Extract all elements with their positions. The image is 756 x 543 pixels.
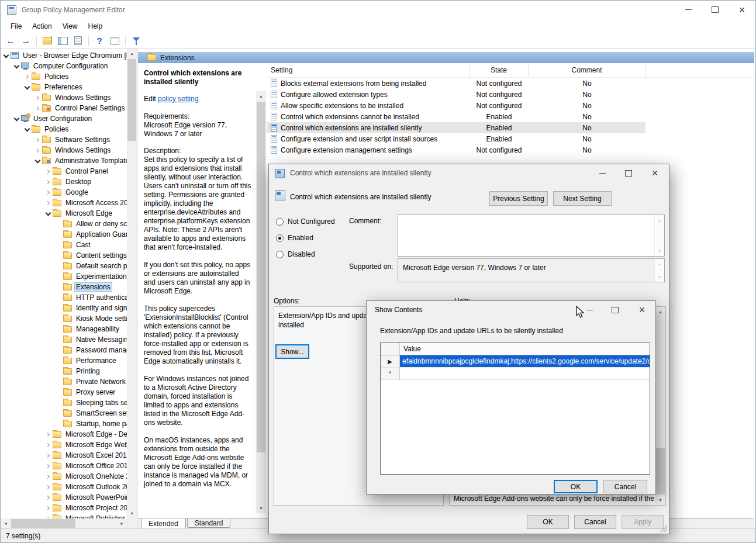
scroll-left-icon[interactable] bbox=[1, 518, 11, 528]
tree-item[interactable]: Microsoft Outlook 20 bbox=[1, 482, 127, 492]
value-row[interactable]: * bbox=[381, 368, 650, 380]
tree-item[interactable]: Microsoft PowerPoint bbox=[1, 492, 127, 503]
column-header-setting[interactable]: Setting bbox=[267, 63, 470, 77]
tree-item[interactable]: Microsoft Project 201 bbox=[1, 503, 127, 513]
menu-view[interactable]: View bbox=[57, 19, 83, 33]
tree-item[interactable]: Microsoft OneNote 20 bbox=[1, 471, 127, 482]
tree-item[interactable]: Native Messaging bbox=[1, 334, 127, 345]
menu-action[interactable]: Action bbox=[27, 19, 57, 33]
expand-chevron-icon[interactable] bbox=[45, 442, 51, 448]
maximize-icon[interactable] bbox=[617, 164, 640, 182]
value-cell[interactable]: efaidnbmnnnibpcajpcglclefindmkaj;https:/… bbox=[400, 355, 650, 368]
scrollbar-thumb[interactable] bbox=[257, 102, 265, 452]
properties-icon[interactable] bbox=[108, 34, 121, 47]
cancel-button[interactable]: Cancel bbox=[574, 515, 616, 529]
tree-item[interactable]: Extensions bbox=[1, 282, 127, 292]
close-icon[interactable] bbox=[643, 164, 667, 182]
tree-item[interactable]: Policies bbox=[1, 71, 127, 82]
radio-row-disabled[interactable]: Disabled bbox=[276, 250, 315, 258]
scroll-up-icon[interactable] bbox=[256, 91, 266, 101]
tree-item[interactable]: Printing bbox=[1, 366, 127, 376]
forward-icon[interactable] bbox=[19, 34, 32, 47]
tree-item[interactable]: Application Guard bbox=[1, 229, 127, 240]
radio-enabled[interactable] bbox=[276, 234, 284, 242]
expand-chevron-icon[interactable] bbox=[45, 505, 51, 511]
tree-item[interactable]: Microsoft Publisher 2 bbox=[1, 513, 127, 518]
maximize-icon[interactable] bbox=[702, 1, 729, 19]
expand-chevron-icon[interactable] bbox=[45, 189, 51, 196]
tree-item[interactable]: User - Browser Edge Chromium [DE bbox=[1, 50, 127, 61]
setting-row[interactable]: Blocks external extensions from being in… bbox=[267, 78, 645, 89]
maximize-icon[interactable] bbox=[603, 301, 627, 319]
tree-item[interactable]: Proxy server bbox=[1, 387, 127, 397]
tree-item[interactable]: Sleeping tabs setti bbox=[1, 397, 127, 408]
setting-row[interactable]: Configure allowed extension typesNot con… bbox=[267, 89, 645, 100]
tree-item[interactable]: Desktop bbox=[1, 177, 127, 187]
cancel-button[interactable]: Cancel bbox=[603, 480, 647, 493]
tree-item[interactable]: Microsoft Edge - Defa bbox=[1, 429, 127, 440]
tree-item[interactable]: Microsoft Edge bbox=[1, 208, 127, 219]
scroll-right-icon[interactable] bbox=[117, 518, 127, 528]
tree-item[interactable]: Performance bbox=[1, 355, 127, 366]
back-icon[interactable] bbox=[4, 34, 17, 47]
expand-chevron-icon[interactable] bbox=[34, 95, 41, 101]
setting-row[interactable]: Control which extensions are installed s… bbox=[267, 122, 645, 133]
collapse-chevron-icon[interactable] bbox=[24, 84, 30, 91]
tree-item[interactable]: Microsoft Excel 2016 bbox=[1, 450, 127, 461]
tab-standard[interactable]: Standard bbox=[187, 518, 231, 528]
tree-item[interactable]: Microsoft Office 2016 bbox=[1, 461, 127, 471]
tree-item[interactable]: Computer Configuration bbox=[1, 61, 127, 71]
tree-item[interactable]: Preferences bbox=[1, 82, 127, 92]
tree-item[interactable]: Administrative Templates bbox=[1, 155, 127, 166]
next-setting-button[interactable]: Next Setting bbox=[553, 191, 612, 206]
menu-file[interactable]: File bbox=[5, 19, 27, 33]
collapse-chevron-icon[interactable] bbox=[24, 126, 30, 133]
tree-item[interactable]: Kiosk Mode settin bbox=[1, 313, 127, 324]
expand-chevron-icon[interactable] bbox=[45, 473, 51, 480]
value-cell[interactable] bbox=[400, 368, 650, 380]
expand-chevron-icon[interactable] bbox=[45, 200, 51, 206]
help-icon[interactable] bbox=[93, 34, 106, 47]
apply-button[interactable]: Apply bbox=[622, 515, 664, 529]
tree-item[interactable]: Experimentation bbox=[1, 271, 127, 282]
collapse-chevron-icon[interactable] bbox=[13, 116, 20, 122]
dialog-titlebar[interactable]: Control which extensions are installed s… bbox=[269, 164, 669, 182]
tree-item[interactable]: Private Network R bbox=[1, 376, 127, 387]
setting-row[interactable]: Allow specific extensions to be installe… bbox=[267, 100, 645, 111]
close-icon[interactable] bbox=[630, 301, 654, 319]
ok-button[interactable]: OK bbox=[554, 480, 598, 493]
tree-item[interactable]: HTTP authenticati bbox=[1, 292, 127, 303]
help-scrollbar[interactable] bbox=[655, 307, 665, 505]
column-header-state[interactable]: State bbox=[470, 63, 529, 77]
radio-not-configured[interactable] bbox=[276, 218, 284, 226]
close-icon[interactable] bbox=[729, 1, 755, 19]
minimize-icon[interactable] bbox=[675, 1, 702, 19]
menu-help[interactable]: Help bbox=[83, 19, 108, 33]
up-one-level-icon[interactable] bbox=[41, 34, 54, 47]
tree-item[interactable]: Manageability bbox=[1, 324, 127, 334]
tree-item[interactable]: Default search pro bbox=[1, 261, 127, 271]
scroll-up-icon[interactable] bbox=[127, 49, 137, 58]
edit-policy-setting-link[interactable]: policy setting bbox=[158, 95, 198, 103]
tree-item[interactable]: Password manage bbox=[1, 345, 127, 355]
expand-chevron-icon[interactable] bbox=[45, 484, 51, 490]
tree-item[interactable]: Policies bbox=[1, 124, 127, 134]
row-selector[interactable]: * bbox=[381, 368, 400, 380]
tree-item[interactable]: Microsoft Edge WebV bbox=[1, 440, 127, 450]
scrollbar-thumb[interactable] bbox=[127, 59, 136, 141]
setting-row[interactable]: Configure extension management settingsN… bbox=[267, 144, 645, 155]
tree-item[interactable]: Control Panel bbox=[1, 166, 127, 177]
filter-icon[interactable] bbox=[130, 34, 143, 47]
tree-item[interactable]: Cast bbox=[1, 240, 127, 250]
tree-item[interactable]: Identity and sign-i bbox=[1, 303, 127, 313]
value-row[interactable]: ▶efaidnbmnnnibpcajpcglclefindmkaj;https:… bbox=[381, 355, 650, 368]
expand-chevron-icon[interactable] bbox=[34, 147, 41, 154]
tree-item[interactable]: Software Settings bbox=[1, 134, 127, 145]
tree-item[interactable]: SmartScreen settin bbox=[1, 408, 127, 419]
tree-item[interactable]: Windows Settings bbox=[1, 92, 127, 103]
expand-chevron-icon[interactable] bbox=[45, 452, 51, 459]
radio-row-not-configured[interactable]: Not Configured bbox=[276, 217, 335, 226]
collapse-chevron-icon[interactable] bbox=[13, 63, 20, 70]
tree-item[interactable]: Control Panel Settings bbox=[1, 103, 127, 113]
scroll-up-icon[interactable] bbox=[655, 307, 665, 317]
